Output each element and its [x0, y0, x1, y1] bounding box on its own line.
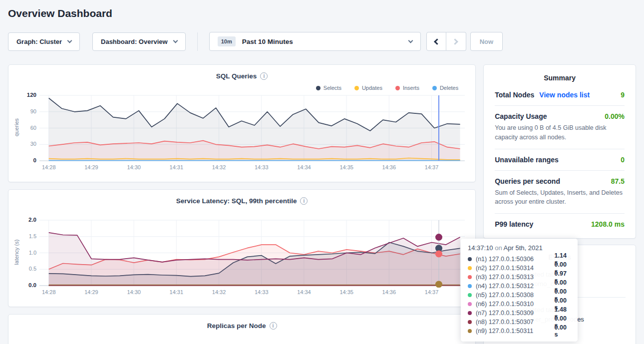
x-axis-tick: 14:28 — [38, 289, 60, 295]
chevron-down-icon — [408, 38, 413, 43]
legend-dot-icon — [316, 86, 321, 90]
total-nodes-value: 9 — [621, 91, 625, 99]
node-color-dot-icon — [468, 293, 472, 297]
node-address: (n9) 127.0.0.1:50311 — [476, 328, 551, 335]
node-address: (n5) 127.0.0.1:50308 — [476, 292, 551, 299]
y-axis-tick: 0.0 — [12, 282, 36, 288]
page-title: Overview Dashboard — [0, 0, 644, 32]
node-color-dot-icon — [468, 302, 472, 306]
node-address: (n4) 127.0.0.1:50312 — [476, 283, 551, 290]
dashboard-dropdown[interactable]: Dashboard: Overview — [92, 32, 186, 51]
node-color-dot-icon — [468, 311, 472, 315]
replicas-per-node-card: Replicas per Node — [8, 314, 476, 344]
unavailable-ranges-label: Unavailable ranges — [495, 156, 559, 164]
unavailable-ranges-value: 0 — [621, 156, 625, 164]
summary-title: Summary — [495, 74, 625, 82]
chevron-down-icon — [67, 38, 72, 43]
sql-queries-legend: SelectsUpdatesInsertsDeletes — [25, 84, 458, 92]
time-prev-button[interactable] — [426, 32, 446, 51]
x-axis-tick: 14:28 — [38, 164, 60, 170]
x-axis-tick: 14:29 — [80, 289, 102, 295]
node-address: (n2) 127.0.0.1:50314 — [476, 265, 551, 272]
charts-column: SQL Queries SelectsUpdatesInsertsDeletes… — [8, 64, 476, 344]
x-axis-tick: 14:30 — [123, 289, 145, 295]
node-color-dot-icon — [468, 284, 472, 288]
chevron-down-icon — [173, 38, 178, 43]
info-icon[interactable] — [260, 72, 268, 80]
view-nodes-list-link[interactable]: View nodes list — [539, 91, 590, 99]
divider — [495, 149, 625, 149]
legend-item-updates[interactable]: Updates — [354, 84, 382, 92]
node-color-dot-icon — [468, 266, 472, 270]
p99-latency-value: 1208.0 ms — [591, 220, 625, 228]
qps-label: Queries per second — [495, 177, 560, 185]
x-axis-tick: 14:33 — [251, 289, 273, 295]
x-axis-tick: 14:35 — [335, 289, 357, 295]
time-next-button[interactable] — [446, 32, 466, 51]
node-color-dot-icon — [468, 257, 472, 261]
divider — [197, 32, 198, 51]
node-latency-value: 0.00 s — [555, 324, 571, 338]
total-nodes-label: Total Nodes — [495, 91, 534, 99]
legend-label: Updates — [362, 85, 382, 91]
chevron-left-icon — [434, 38, 440, 45]
qps-value: 87.5 — [611, 177, 625, 185]
node-address: (n6) 127.0.0.1:50310 — [476, 301, 551, 308]
x-axis-tick: 14:30 — [123, 164, 145, 170]
time-range-selector[interactable]: 10m Past 10 Minutes — [209, 32, 421, 51]
chart-plot-area[interactable] — [39, 218, 465, 288]
x-axis-tick: 14:34 — [293, 289, 315, 295]
legend-dot-icon — [432, 86, 437, 90]
node-address: (n3) 127.0.0.1:50313 — [476, 274, 551, 281]
now-button[interactable]: Now — [470, 32, 503, 51]
graph-dropdown[interactable]: Graph: Cluster — [8, 32, 80, 51]
info-icon[interactable] — [300, 197, 308, 205]
qps-desc: Sum of Selects, Updates, Inserts, and De… — [495, 188, 625, 207]
tooltip-timestamp: 14:37:10 on Apr 5th, 2021 — [468, 244, 571, 252]
legend-label: Deletes — [440, 85, 458, 91]
service-latency-chart[interactable]: 0.00.51.01.52.014:2814:2914:3014:3114:32… — [8, 218, 475, 300]
x-axis-tick: 14:34 — [293, 164, 315, 170]
time-range-badge: 10m — [218, 36, 236, 46]
x-axis-tick: 14:35 — [335, 164, 357, 170]
node-color-dot-icon — [468, 275, 472, 279]
replicas-per-node-title: Replicas per Node — [207, 322, 266, 330]
legend-dot-icon — [354, 86, 359, 90]
legend-item-inserts[interactable]: Inserts — [395, 84, 419, 92]
chart-tooltip: 14:37:10 on Apr 5th, 2021 (n1) 127.0.0.1… — [461, 239, 578, 342]
legend-label: Inserts — [403, 85, 419, 91]
time-range-label: Past 10 Minutes — [242, 38, 402, 45]
capacity-usage-desc: You are using 0 B of 4.5 GiB usable disk… — [495, 123, 625, 142]
controls-bar: Graph: Cluster Dashboard: Overview 10m P… — [0, 32, 644, 51]
x-axis-tick: 14:33 — [251, 164, 273, 170]
chart-plot-area[interactable] — [39, 93, 465, 163]
node-address: (n7) 127.0.0.1:50309 — [476, 310, 551, 317]
sql-queries-chart[interactable]: 030609012014:2814:2914:3014:3114:3214:33… — [8, 93, 475, 175]
x-axis-tick: 14:37 — [421, 289, 443, 295]
tooltip-node-row: (n9) 127.0.0.1:503110.00 s — [468, 327, 571, 336]
service-latency-card: Service Latency: SQL, 99th percentile 0.… — [8, 189, 476, 307]
divider — [495, 170, 625, 171]
x-axis-tick: 14:31 — [165, 289, 187, 295]
node-address: (n8) 127.0.0.1:50307 — [476, 319, 551, 326]
info-icon[interactable] — [270, 322, 277, 330]
divider — [495, 213, 625, 214]
chevron-right-icon — [452, 38, 458, 45]
legend-label: Selects — [323, 85, 341, 91]
y-axis-tick: 0 — [12, 157, 36, 163]
graph-dropdown-label: Graph: Cluster — [16, 38, 62, 45]
legend-item-deletes[interactable]: Deletes — [432, 84, 458, 92]
y-axis-label: queries — [13, 97, 19, 157]
x-axis-tick: 14:31 — [165, 164, 187, 170]
x-axis-tick: 14:29 — [80, 164, 102, 170]
x-axis-tick: 14:32 — [208, 164, 230, 170]
x-axis-tick: 14:36 — [378, 289, 400, 295]
node-address: (n1) 127.0.0.1:50306 — [476, 256, 551, 263]
legend-item-selects[interactable]: Selects — [316, 84, 341, 92]
capacity-usage-label: Capacity Usage — [495, 112, 547, 120]
capacity-usage-value: 0.00% — [605, 112, 625, 120]
p99-latency-label: P99 latency — [495, 220, 533, 228]
x-axis-tick: 14:32 — [208, 289, 230, 295]
node-color-dot-icon — [468, 329, 472, 333]
time-step-buttons — [426, 32, 466, 51]
